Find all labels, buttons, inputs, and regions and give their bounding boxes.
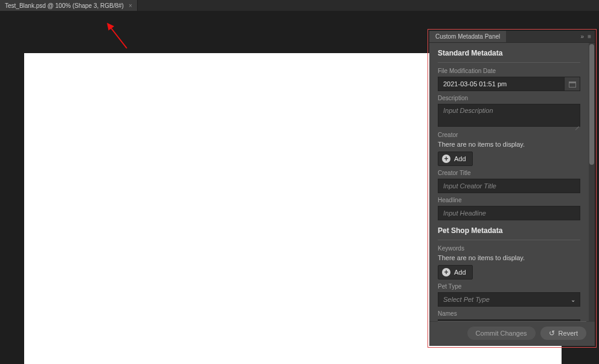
label-pet-type: Pet Type [438, 283, 580, 290]
add-keyword-label: Add [454, 269, 466, 276]
label-description: Description [438, 95, 580, 101]
document-tab[interactable]: Test_Blank.psd @ 100% (Shape 3, RGB/8#) … [0, 0, 138, 11]
collapse-icon[interactable]: » [581, 33, 585, 40]
commit-label: Commit Changes [476, 330, 527, 337]
panel-annotation-outline: Custom Metadata Panel » ≡ Standard Metad… [428, 29, 597, 348]
add-creator-label: Add [454, 155, 466, 162]
close-icon[interactable]: × [129, 2, 132, 9]
panel-tab-bar: Custom Metadata Panel » ≡ [429, 31, 595, 43]
panel-scroll-area: Standard Metadata File Modification Date… [429, 43, 589, 321]
label-file-mod-date: File Modification Date [438, 68, 580, 74]
scrollbar-thumb[interactable] [589, 44, 594, 165]
add-keyword-button[interactable]: + Add [438, 265, 473, 279]
label-creator-title: Creator Title [438, 170, 580, 176]
label-headline: Headline [438, 197, 580, 203]
file-mod-date-input[interactable] [438, 77, 565, 91]
annotation-arrow [97, 23, 133, 53]
plus-icon: + [442, 155, 450, 163]
svg-line-0 [110, 27, 127, 48]
creator-title-input[interactable] [438, 179, 580, 193]
label-creator: Creator [438, 132, 580, 138]
calendar-icon [569, 81, 576, 88]
names-input[interactable] [438, 319, 580, 321]
label-keywords: Keywords [438, 245, 580, 252]
creator-empty-message: There are no items to display. [438, 141, 580, 148]
panel-tab-custom-metadata[interactable]: Custom Metadata Panel [429, 31, 506, 42]
document-tab-bar: Test_Blank.psd @ 100% (Shape 3, RGB/8#) … [0, 0, 599, 11]
workspace: Custom Metadata Panel » ≡ Standard Metad… [0, 11, 599, 364]
divider [438, 62, 580, 63]
revert-button[interactable]: ↺ Revert [540, 327, 586, 340]
revert-icon: ↺ [549, 330, 555, 337]
pet-type-select[interactable] [438, 292, 580, 307]
document-tab-title: Test_Blank.psd @ 100% (Shape 3, RGB/8#) [5, 2, 124, 9]
section-standard-title: Standard Metadata [438, 49, 580, 57]
revert-label: Revert [559, 330, 578, 337]
label-names: Names [438, 310, 580, 317]
scrollbar-track[interactable] [589, 43, 595, 321]
panel-menu-icon[interactable]: ≡ [588, 33, 591, 40]
panel-footer: Commit Changes ↺ Revert [429, 322, 595, 346]
divider [438, 240, 580, 240]
section-petshop-title: Pet Shop Metadata [438, 226, 580, 235]
keywords-empty-message: There are no items to display. [438, 254, 580, 261]
commit-changes-button[interactable]: Commit Changes [467, 327, 536, 340]
panel-tab-label: Custom Metadata Panel [435, 33, 500, 40]
description-input[interactable] [438, 104, 580, 127]
metadata-panel: Custom Metadata Panel » ≡ Standard Metad… [429, 31, 595, 346]
resize-handle-icon[interactable] [574, 122, 579, 127]
headline-input[interactable] [438, 206, 580, 220]
plus-icon: + [442, 268, 450, 276]
date-picker-button[interactable] [565, 77, 580, 91]
add-creator-button[interactable]: + Add [438, 152, 473, 166]
